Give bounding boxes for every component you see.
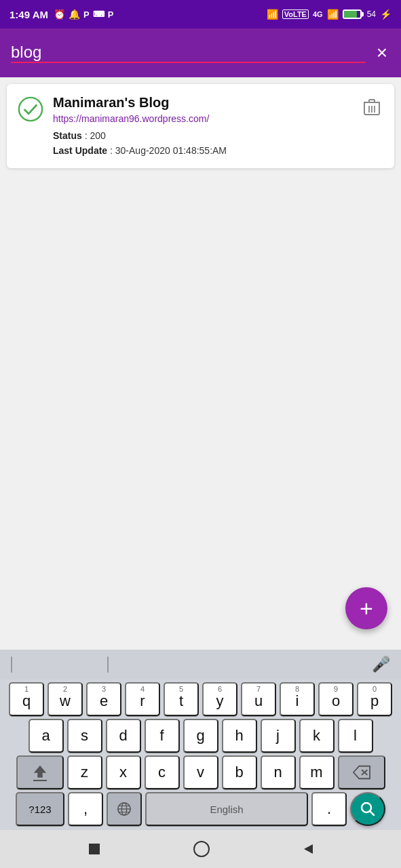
keyboard-toolbar: 🎤 <box>0 650 401 679</box>
status-separator: : <box>82 130 90 141</box>
status-label: Status <box>53 130 82 141</box>
key-l[interactable]: l <box>338 719 373 753</box>
home-button[interactable] <box>193 840 210 858</box>
svg-marker-22 <box>304 844 313 854</box>
key-z[interactable]: z <box>67 755 102 789</box>
trash-icon <box>363 98 381 117</box>
key-o[interactable]: 9o <box>318 682 354 716</box>
globe-icon <box>117 802 132 816</box>
key-i[interactable]: 8i <box>280 682 315 716</box>
blog-card: Manimaran's Blog https://manimaran96.wor… <box>7 84 394 168</box>
status-right: 📶 VoLTE 4G 📶 54 ⚡ <box>267 9 392 20</box>
volte-icon: VoLTE <box>282 9 309 19</box>
time-display: 1:49 AM <box>9 9 48 20</box>
4g-icon: 4G <box>313 10 323 18</box>
key-h[interactable]: h <box>222 719 257 753</box>
shift-icon <box>33 764 47 778</box>
status-left: 1:49 AM ⏰ 🔔 P ⌨ P <box>9 9 113 20</box>
key-row-3: z x c v b n m <box>3 755 398 789</box>
key-g[interactable]: g <box>183 719 218 753</box>
last-update-value: 30-Aug-2020 01:48:55:AM <box>115 145 227 156</box>
period-key[interactable]: . <box>311 792 347 826</box>
key-p[interactable]: 0p <box>357 682 392 716</box>
space-key[interactable]: English <box>145 792 308 826</box>
battery-indicator: 54 <box>343 9 376 19</box>
stop-button[interactable] <box>86 841 102 857</box>
svg-marker-9 <box>33 766 45 777</box>
key-a[interactable]: a <box>28 719 64 753</box>
key-e[interactable]: 3e <box>86 682 121 716</box>
key-m[interactable]: m <box>299 755 335 789</box>
fab-add-button[interactable]: + <box>345 587 387 629</box>
wifi-icon: 📶 <box>267 9 278 20</box>
key-c[interactable]: c <box>145 755 180 789</box>
backspace-button[interactable] <box>338 755 385 789</box>
key-d[interactable]: d <box>106 719 141 753</box>
key-row-4: ?123 , English . <box>3 792 398 826</box>
main-content: Manimaran's Blog https://manimaran96.wor… <box>0 77 401 650</box>
key-j[interactable]: j <box>261 719 296 753</box>
special-key[interactable]: ?123 <box>16 792 64 826</box>
charging-icon: ⚡ <box>380 9 392 20</box>
key-w[interactable]: 2w <box>47 682 83 716</box>
close-button[interactable]: × <box>374 41 390 65</box>
p-icon-2: P <box>108 9 114 20</box>
key-v[interactable]: v <box>183 755 218 789</box>
key-k[interactable]: k <box>299 719 335 753</box>
shift-underline <box>33 780 47 781</box>
fab-plus-icon: + <box>360 597 373 620</box>
last-update-label: Last Update <box>53 145 107 156</box>
search-input-wrapper[interactable] <box>11 43 366 63</box>
globe-key[interactable] <box>107 792 142 826</box>
keyboard-icon: ⌨ <box>93 9 104 19</box>
card-info: Manimaran's Blog https://manimaran96.wor… <box>53 95 351 159</box>
check-icon <box>18 96 43 122</box>
home-icon <box>193 840 210 858</box>
key-row-1: 1q 2w 3e 4r 5t 6y 7u 8i 9o 0p <box>3 682 398 716</box>
blog-title: Manimaran's Blog <box>53 95 351 111</box>
status-bar: 1:49 AM ⏰ 🔔 P ⌨ P 📶 VoLTE 4G 📶 54 <box>0 0 401 28</box>
status-value: 200 <box>90 130 105 141</box>
stop-icon <box>86 841 102 857</box>
key-b[interactable]: b <box>222 755 257 789</box>
keyboard-area: 🎤 1q 2w 3e 4r 5t 6y 7u 8i 9o 0p a s d f … <box>0 650 401 830</box>
last-update-separator: : <box>107 145 115 156</box>
search-key[interactable] <box>350 792 385 826</box>
back-button[interactable] <box>301 842 316 856</box>
comma-key[interactable]: , <box>68 792 103 826</box>
bottom-nav <box>0 830 401 868</box>
shift-button[interactable] <box>16 755 64 789</box>
toolbar-divider-2 <box>107 656 109 673</box>
key-r[interactable]: 4r <box>125 682 160 716</box>
battery-percent: 54 <box>367 9 376 19</box>
toolbar-divider-1 <box>11 656 12 673</box>
key-n[interactable]: n <box>261 755 296 789</box>
key-q[interactable]: 1q <box>9 682 44 716</box>
key-y[interactable]: 6y <box>202 682 237 716</box>
key-x[interactable]: x <box>106 755 141 789</box>
backspace-icon <box>353 765 370 780</box>
notification-icon: 🔔 <box>69 9 80 20</box>
key-f[interactable]: f <box>145 719 180 753</box>
delete-button[interactable] <box>360 95 383 121</box>
key-s[interactable]: s <box>67 719 102 753</box>
alarm-icon: ⏰ <box>54 9 65 20</box>
signal-icon: 📶 <box>327 9 339 20</box>
svg-point-0 <box>19 98 42 121</box>
svg-rect-20 <box>89 844 100 854</box>
keyboard-rows: 1q 2w 3e 4r 5t 6y 7u 8i 9o 0p a s d f g … <box>0 679 401 830</box>
back-icon <box>301 842 316 856</box>
p-icon-1: P <box>83 9 90 20</box>
status-icons: ⏰ 🔔 P ⌨ P <box>54 9 113 20</box>
search-input[interactable] <box>11 43 366 62</box>
search-icon <box>360 801 376 817</box>
blog-meta: Status : 200 Last Update : 30-Aug-2020 0… <box>53 128 351 159</box>
blog-url[interactable]: https://manimaran96.wordpress.com/ <box>53 113 351 124</box>
svg-point-21 <box>194 842 209 856</box>
key-u[interactable]: 7u <box>241 682 276 716</box>
mic-icon[interactable]: 🎤 <box>372 656 390 673</box>
toolbar-dividers <box>11 656 109 673</box>
svg-line-19 <box>370 812 375 816</box>
key-t[interactable]: 5t <box>164 682 199 716</box>
search-bar: × <box>0 28 401 77</box>
